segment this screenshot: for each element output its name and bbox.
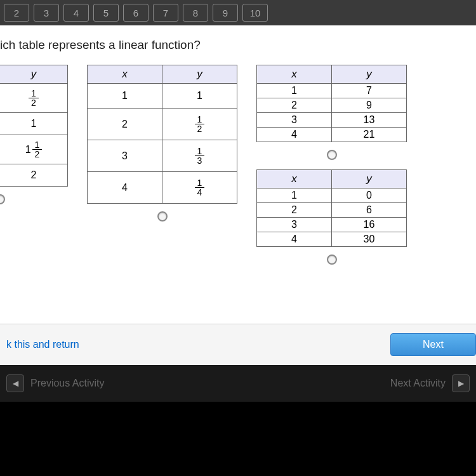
cell-x: 3 bbox=[257, 113, 332, 128]
option-a: xy 112 21 3112 42 bbox=[0, 65, 68, 204]
nav-item-9[interactable]: 9 bbox=[213, 4, 238, 22]
cell-y: 7 bbox=[332, 84, 407, 98]
cell-x: 2 bbox=[257, 98, 332, 113]
th-y: y bbox=[332, 170, 407, 188]
next-activity-label: Next Activity bbox=[390, 378, 446, 389]
cell-y: 1 bbox=[162, 84, 237, 109]
table-c: xy 17 29 313 421 bbox=[256, 65, 407, 142]
th-y: y bbox=[0, 65, 68, 84]
radio-option-a[interactable] bbox=[0, 194, 5, 204]
nav-item-8[interactable]: 8 bbox=[183, 4, 208, 22]
cell-y: 6 bbox=[332, 203, 407, 218]
nav-item-4[interactable]: 4 bbox=[63, 4, 89, 22]
cell-y: 12 bbox=[0, 84, 68, 113]
th-y: y bbox=[332, 65, 407, 84]
radio-option-b[interactable] bbox=[157, 211, 168, 221]
cell-y: 1 bbox=[0, 113, 68, 135]
table-b: xy 11 212 313 414 bbox=[87, 65, 237, 204]
previous-activity-label: Previous Activity bbox=[30, 378, 104, 389]
cell-y: 0 bbox=[332, 188, 407, 203]
radio-option-d[interactable] bbox=[327, 255, 337, 265]
cell-x: 1 bbox=[257, 84, 332, 98]
th-x: x bbox=[88, 65, 162, 84]
right-column: xy 17 29 313 421 xy 10 26 316 430 bbox=[256, 65, 407, 265]
quiz-footer: k this and return Next bbox=[0, 324, 476, 365]
nav-item-10[interactable]: 10 bbox=[242, 4, 268, 22]
cell-x: 4 bbox=[257, 128, 332, 142]
options-row: xy 112 21 3112 42 xy 11 212 313 414 xy bbox=[0, 65, 476, 265]
question-text: ich table represents a linear function? bbox=[0, 38, 476, 52]
cell-y: 21 bbox=[332, 128, 407, 142]
content-area: ich table represents a linear function? … bbox=[0, 25, 476, 324]
cell-x: 3 bbox=[257, 218, 332, 232]
option-b: xy 11 212 313 414 bbox=[87, 65, 237, 221]
cell-x: 1 bbox=[257, 188, 332, 203]
option-d: xy 10 26 316 430 bbox=[256, 169, 407, 265]
table-a: xy 112 21 3112 42 bbox=[0, 65, 68, 187]
cell-x: 3 bbox=[88, 140, 162, 172]
cell-y: 2 bbox=[0, 164, 68, 187]
cell-y: 14 bbox=[162, 172, 237, 204]
radio-option-c[interactable] bbox=[327, 150, 337, 160]
next-button[interactable]: Next bbox=[390, 333, 476, 356]
mark-return-link[interactable]: k this and return bbox=[6, 339, 79, 350]
th-x: x bbox=[257, 170, 332, 188]
nav-item-5[interactable]: 5 bbox=[93, 4, 119, 22]
cell-y: 13 bbox=[162, 140, 237, 172]
question-nav: 2 3 4 5 6 7 8 9 10 bbox=[0, 0, 476, 25]
cell-y: 9 bbox=[332, 98, 407, 113]
table-d: xy 10 26 316 430 bbox=[256, 169, 407, 247]
previous-activity[interactable]: ◀ Previous Activity bbox=[6, 374, 104, 392]
cell-x: 2 bbox=[88, 109, 162, 140]
th-y: y bbox=[162, 65, 237, 84]
nav-item-7[interactable]: 7 bbox=[153, 4, 178, 22]
activity-footer: ◀ Previous Activity Next Activity ▶ bbox=[0, 365, 476, 402]
chevron-left-icon: ◀ bbox=[6, 374, 24, 392]
cell-y: 16 bbox=[332, 218, 407, 232]
cell-y: 12 bbox=[162, 109, 237, 140]
cell-x: 4 bbox=[257, 232, 332, 247]
th-x: x bbox=[257, 65, 332, 84]
cell-x: 1 bbox=[88, 84, 162, 109]
cell-y: 30 bbox=[332, 232, 407, 247]
cell-y: 112 bbox=[0, 135, 68, 164]
next-activity[interactable]: Next Activity ▶ bbox=[390, 374, 470, 392]
cell-x: 2 bbox=[257, 203, 332, 218]
nav-item-3[interactable]: 3 bbox=[34, 4, 59, 22]
option-c: xy 17 29 313 421 bbox=[256, 65, 407, 160]
nav-item-6[interactable]: 6 bbox=[123, 4, 149, 22]
chevron-right-icon: ▶ bbox=[452, 374, 470, 392]
cell-x: 4 bbox=[88, 172, 162, 204]
cell-y: 13 bbox=[332, 113, 407, 128]
nav-item-2[interactable]: 2 bbox=[4, 4, 29, 22]
